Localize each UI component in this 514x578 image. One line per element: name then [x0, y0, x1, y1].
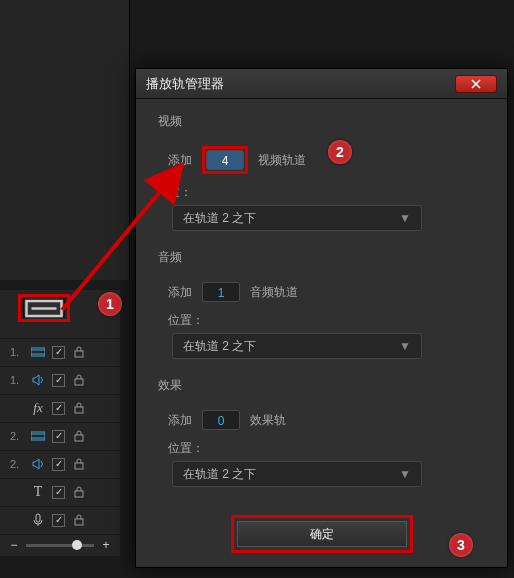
video-track-suffix: 视频轨道	[258, 152, 306, 169]
track-number: 2.	[10, 430, 24, 442]
svg-rect-16	[75, 519, 83, 525]
ok-button[interactable]: 确定	[237, 521, 407, 547]
lock-icon[interactable]	[71, 512, 87, 528]
visibility-checkbox[interactable]	[52, 486, 65, 499]
lock-icon[interactable]	[71, 428, 87, 444]
svg-rect-8	[31, 432, 45, 440]
position-label: 置：	[168, 184, 485, 201]
svg-rect-5	[75, 351, 83, 357]
effect-position-dropdown[interactable]: 在轨道 2 之下 ▼	[172, 461, 422, 487]
add-track-button[interactable]	[23, 299, 65, 317]
video-track-icon	[30, 428, 46, 444]
track-row[interactable]: 1.	[0, 366, 120, 394]
zoom-slider[interactable]	[26, 544, 94, 547]
add-label: 添加	[168, 284, 192, 301]
position-label: 位置：	[168, 312, 485, 329]
effect-section-title: 效果	[158, 377, 485, 394]
marker-2: 2	[328, 140, 352, 164]
video-section-title: 视频	[158, 113, 485, 130]
marker-1: 1	[98, 292, 122, 316]
svg-rect-14	[36, 514, 40, 522]
track-row[interactable]: fx	[0, 394, 120, 422]
visibility-checkbox[interactable]	[52, 374, 65, 387]
track-row[interactable]: 1.	[0, 338, 120, 366]
lock-icon[interactable]	[71, 372, 87, 388]
effect-count-input[interactable]: 0	[202, 410, 240, 430]
svg-rect-13	[75, 491, 83, 497]
lock-icon[interactable]	[71, 484, 87, 500]
video-track-icon	[30, 344, 46, 360]
track-number: 1.	[10, 346, 24, 358]
visibility-checkbox[interactable]	[52, 514, 65, 527]
track-manager-dialog: 播放轨管理器 视频 添加 4 视频轨道 2 置： 在轨道 2 之下 ▼	[135, 68, 508, 568]
position-label: 位置：	[168, 440, 485, 457]
marker-3: 3	[449, 533, 473, 557]
visibility-checkbox[interactable]	[52, 402, 65, 415]
zoom-in-icon[interactable]: +	[100, 539, 112, 551]
audio-track-icon	[30, 372, 46, 388]
close-button[interactable]	[455, 75, 497, 93]
track-number: 1.	[10, 374, 24, 386]
audio-track-icon	[30, 456, 46, 472]
svg-rect-2	[31, 348, 45, 356]
visibility-checkbox[interactable]	[52, 430, 65, 443]
dropdown-value: 在轨道 2 之下	[183, 466, 256, 483]
visibility-checkbox[interactable]	[52, 458, 65, 471]
chevron-down-icon: ▼	[399, 211, 411, 225]
lock-icon[interactable]	[71, 400, 87, 416]
svg-rect-12	[75, 463, 83, 469]
audio-track-suffix: 音频轨道	[250, 284, 298, 301]
dropdown-value: 在轨道 2 之下	[183, 338, 256, 355]
zoom-slider-row: − +	[0, 534, 120, 556]
title-track-icon: T	[30, 484, 46, 500]
svg-rect-6	[75, 379, 83, 385]
chevron-down-icon: ▼	[399, 467, 411, 481]
audio-count-input[interactable]: 1	[202, 282, 240, 302]
track-row[interactable]: T	[0, 478, 120, 506]
track-row[interactable]	[0, 506, 120, 534]
svg-rect-7	[75, 407, 83, 413]
audio-section-title: 音频	[158, 249, 485, 266]
video-position-dropdown[interactable]: 在轨道 2 之下 ▼	[172, 205, 422, 231]
effect-track-suffix: 效果轨	[250, 412, 286, 429]
track-row[interactable]: 2.	[0, 450, 120, 478]
track-row[interactable]: 2.	[0, 422, 120, 450]
zoom-out-icon[interactable]: −	[8, 539, 20, 551]
chevron-down-icon: ▼	[399, 339, 411, 353]
lock-icon[interactable]	[71, 344, 87, 360]
fx-track-icon: fx	[30, 400, 46, 416]
visibility-checkbox[interactable]	[52, 346, 65, 359]
svg-rect-11	[75, 435, 83, 441]
audio-position-dropdown[interactable]: 在轨道 2 之下 ▼	[172, 333, 422, 359]
dialog-title: 播放轨管理器	[146, 75, 224, 93]
voice-track-icon	[30, 512, 46, 528]
video-count-input[interactable]: 4	[206, 150, 244, 170]
track-number: 2.	[10, 458, 24, 470]
lock-icon[interactable]	[71, 456, 87, 472]
add-label: 添加	[168, 152, 192, 169]
add-label: 添加	[168, 412, 192, 429]
dropdown-value: 在轨道 2 之下	[183, 210, 256, 227]
